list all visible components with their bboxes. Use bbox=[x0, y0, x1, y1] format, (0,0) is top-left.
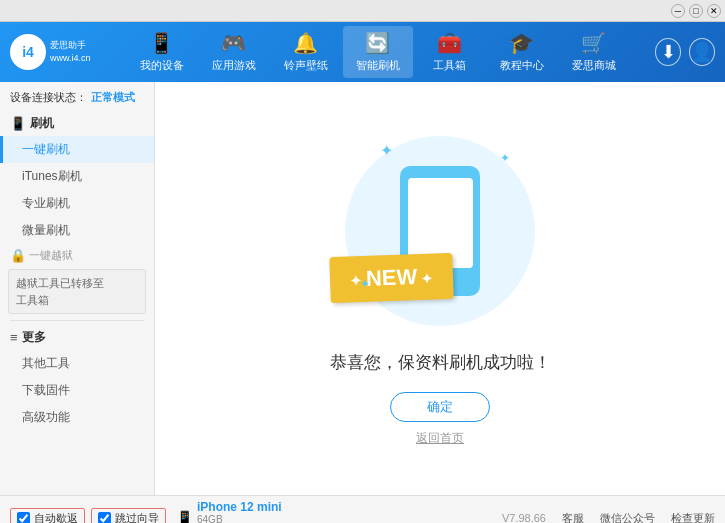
bottom-row1: 自动歇返 跳过向导 📱 iPhone 12 mini 64GB Down-12m… bbox=[0, 496, 725, 523]
sidebar-item-itunes-flash[interactable]: iTunes刷机 bbox=[0, 163, 154, 190]
main-area: 设备连接状态： 正常模式 📱 刷机 一键刷机 iTunes刷机 专业刷机 微量刷… bbox=[0, 82, 725, 495]
mall-icon: 🛒 bbox=[581, 31, 606, 55]
go-home-link[interactable]: 返回首页 bbox=[416, 430, 464, 447]
download-button[interactable]: ⬇ bbox=[655, 38, 681, 66]
sidebar-item-save-data-flash[interactable]: 微量刷机 bbox=[0, 217, 154, 244]
maximize-button[interactable]: □ bbox=[689, 4, 703, 18]
phone-icon: 📱 bbox=[149, 31, 174, 55]
bottom-links: V7.98.66 客服 微信公众号 检查更新 bbox=[288, 511, 715, 524]
close-button[interactable]: ✕ bbox=[707, 4, 721, 18]
wechat-link[interactable]: 微信公众号 bbox=[600, 511, 655, 524]
header: i4 爱思助手 www.i4.cn 📱 我的设备 🎮 应用游戏 🔔 铃声壁纸 🔄… bbox=[0, 22, 725, 82]
auto-launch-label: 自动歇返 bbox=[34, 511, 78, 524]
device-storage: 64GB bbox=[197, 514, 282, 523]
new-banner: NEW bbox=[329, 252, 454, 302]
games-icon: 🎮 bbox=[221, 31, 246, 55]
sidebar-item-pro-flash[interactable]: 专业刷机 bbox=[0, 190, 154, 217]
sparkle-icon-1: ✦ bbox=[380, 141, 393, 160]
title-bar: ─ □ ✕ bbox=[0, 0, 725, 22]
tutorial-icon: 🎓 bbox=[509, 31, 534, 55]
sparkle-icon-2: ✦ bbox=[500, 151, 510, 165]
sparkle-icon-3: ✦ bbox=[360, 277, 370, 291]
onekey-jailbreak-label: 🔒 一键越狱 bbox=[0, 244, 154, 267]
sidebar: 设备连接状态： 正常模式 📱 刷机 一键刷机 iTunes刷机 专业刷机 微量刷… bbox=[0, 82, 155, 495]
toolbox-icon: 🧰 bbox=[437, 31, 462, 55]
version-text: V7.98.66 bbox=[502, 512, 546, 523]
wizard-label: 跳过向导 bbox=[115, 511, 159, 524]
user-button[interactable]: 👤 bbox=[689, 38, 715, 66]
device-info: 📱 iPhone 12 mini 64GB Down-12mini-13,1 bbox=[176, 500, 282, 523]
logo-area: i4 爱思助手 www.i4.cn bbox=[10, 34, 100, 70]
sidebar-item-advanced[interactable]: 高级功能 bbox=[0, 404, 154, 431]
sidebar-item-download-fw[interactable]: 下载固件 bbox=[0, 377, 154, 404]
phone-small-icon: 📱 bbox=[10, 116, 26, 131]
success-message: 恭喜您，保资料刷机成功啦！ bbox=[330, 351, 551, 374]
phone-illustration: ✦ ✦ ✦ NEW bbox=[340, 131, 540, 331]
service-link[interactable]: 客服 bbox=[562, 511, 584, 524]
content-area: ✦ ✦ ✦ NEW 恭喜您，保资料刷机成功啦！ 确定 返回首页 bbox=[155, 82, 725, 495]
sidebar-item-other-tools[interactable]: 其他工具 bbox=[0, 350, 154, 377]
logo-text: 爱思助手 www.i4.cn bbox=[50, 39, 91, 64]
nav-item-apps-games[interactable]: 🎮 应用游戏 bbox=[199, 26, 269, 78]
more-section-header: ≡ 更多 bbox=[0, 325, 154, 350]
nav-item-ringtones[interactable]: 🔔 铃声壁纸 bbox=[271, 26, 341, 78]
device-details: iPhone 12 mini 64GB Down-12mini-13,1 bbox=[197, 500, 282, 523]
ringtone-icon: 🔔 bbox=[293, 31, 318, 55]
nav-bar: 📱 我的设备 🎮 应用游戏 🔔 铃声壁纸 🔄 智能刷机 🧰 工具箱 🎓 教程中心… bbox=[100, 26, 655, 78]
separator bbox=[10, 320, 144, 321]
auto-launch-checkbox-wrapper[interactable]: 自动歇返 bbox=[10, 508, 85, 524]
flash-section-header: 📱 刷机 bbox=[0, 111, 154, 136]
header-right: ⬇ 👤 bbox=[655, 38, 715, 66]
sidebar-item-onekey-flash[interactable]: 一键刷机 bbox=[0, 136, 154, 163]
device-icon: 📱 bbox=[176, 510, 193, 523]
auto-launch-checkbox[interactable] bbox=[17, 512, 30, 524]
nav-item-my-device[interactable]: 📱 我的设备 bbox=[127, 26, 197, 78]
nav-item-mall[interactable]: 🛒 爱思商城 bbox=[559, 26, 629, 78]
menu-icon: ≡ bbox=[10, 330, 18, 345]
confirm-button[interactable]: 确定 bbox=[390, 392, 490, 422]
wizard-checkbox[interactable] bbox=[98, 512, 111, 524]
update-link[interactable]: 检查更新 bbox=[671, 511, 715, 524]
connection-status: 设备连接状态： 正常模式 bbox=[0, 86, 154, 111]
nav-item-toolbox[interactable]: 🧰 工具箱 bbox=[415, 26, 485, 78]
nav-item-smart-store[interactable]: 🔄 智能刷机 bbox=[343, 26, 413, 78]
refresh-icon: 🔄 bbox=[365, 31, 390, 55]
bottom-bar: 自动歇返 跳过向导 📱 iPhone 12 mini 64GB Down-12m… bbox=[0, 495, 725, 523]
minimize-button[interactable]: ─ bbox=[671, 4, 685, 18]
nav-item-tutorials[interactable]: 🎓 教程中心 bbox=[487, 26, 557, 78]
device-name: iPhone 12 mini bbox=[197, 500, 282, 514]
logo-icon: i4 bbox=[10, 34, 46, 70]
wizard-checkbox-wrapper[interactable]: 跳过向导 bbox=[91, 508, 166, 524]
jailbreak-notice: 越狱工具已转移至 工具箱 bbox=[8, 269, 146, 314]
